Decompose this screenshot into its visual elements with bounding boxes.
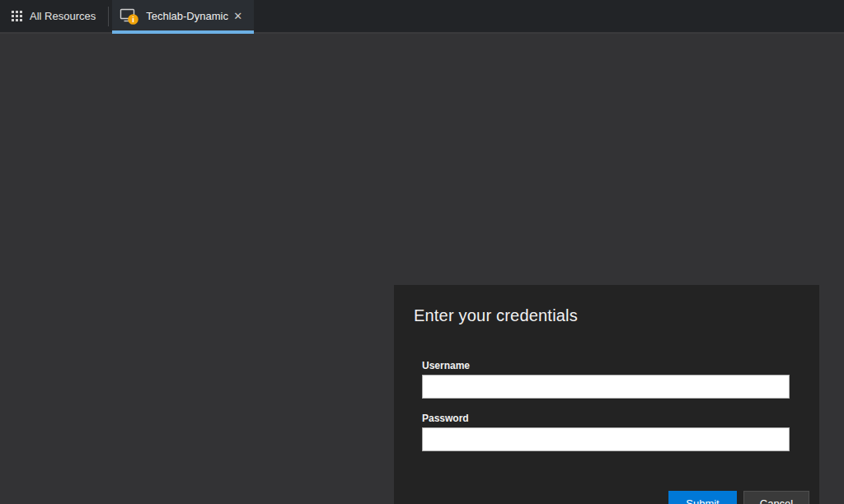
tab-separator xyxy=(108,7,109,26)
remote-session-icon: i xyxy=(120,7,139,26)
submit-button[interactable]: Submit xyxy=(668,491,737,504)
remote-desktop-window: All Resources i Techlab-Dynamic ✕ Enter … xyxy=(0,0,844,504)
close-icon[interactable]: ✕ xyxy=(230,8,246,24)
active-tab-underline xyxy=(112,30,254,34)
credentials-dialog: Enter your credentials Username Password… xyxy=(394,285,819,504)
password-input[interactable] xyxy=(422,427,790,451)
tab-bar: All Resources i Techlab-Dynamic ✕ xyxy=(0,0,844,34)
username-label: Username xyxy=(422,360,470,371)
username-input[interactable] xyxy=(422,375,790,399)
tab-label: Techlab-Dynamic xyxy=(146,10,230,22)
all-resources-button[interactable]: All Resources xyxy=(0,0,108,32)
all-resources-label: All Resources xyxy=(30,10,96,22)
dialog-title: Enter your credentials xyxy=(414,306,578,325)
password-label: Password xyxy=(422,413,469,424)
tab-techlab-dynamic[interactable]: i Techlab-Dynamic ✕ xyxy=(112,0,254,32)
info-badge-icon: i xyxy=(132,15,134,24)
cancel-button[interactable]: Cancel xyxy=(743,491,809,504)
grid-icon xyxy=(12,11,22,21)
remote-session-canvas: Enter your credentials Username Password… xyxy=(0,35,844,504)
